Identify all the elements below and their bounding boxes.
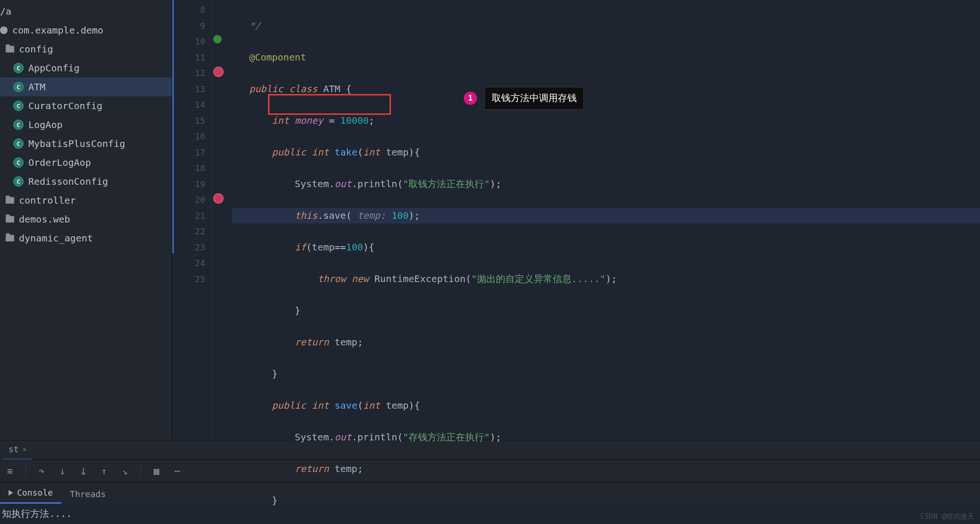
tree-label: ATM: [28, 81, 45, 93]
tree-item-class[interactable]: CLogAop: [0, 115, 172, 134]
override-icon[interactable]: [213, 67, 224, 77]
tree-item-folder[interactable]: config: [0, 40, 172, 59]
class-icon: C: [13, 82, 24, 92]
code-line[interactable]: @Component: [232, 50, 980, 66]
tab-console[interactable]: Console: [0, 483, 61, 504]
code-line[interactable]: public class ATM {: [232, 81, 980, 97]
code-line-current[interactable]: this.save( temp: 100);: [232, 208, 980, 224]
console-line: 知执行方法....: [2, 508, 72, 519]
separator: [26, 465, 26, 477]
code-line[interactable]: */: [232, 18, 980, 34]
class-icon: C: [13, 138, 24, 149]
folder-icon: [6, 216, 14, 223]
tree-label: LogAop: [28, 119, 62, 130]
tree-item-class[interactable]: CAppConfig: [0, 59, 172, 77]
callout-number-icon: 1: [464, 92, 477, 105]
close-icon[interactable]: ×: [23, 446, 26, 453]
code-line[interactable]: System.out.println("存钱方法正在执行");: [232, 430, 980, 446]
package-icon: [0, 26, 8, 34]
gutter-icons: [211, 0, 225, 440]
code-line[interactable]: System.out.println("取钱方法正在执行");: [232, 176, 980, 192]
line-number-gutter: 8 9 10 11 12 13 14 15 16 17 18 19 20 21 …: [172, 0, 211, 440]
tree-item-class[interactable]: CMybatisPlusConfig: [0, 134, 172, 153]
watermark: CSDN @暗武逢天: [920, 512, 974, 521]
project-tree[interactable]: /a com.example.demo config CAppConfig CA…: [0, 0, 172, 440]
code-line[interactable]: throw new RuntimeException("抛出的自定义异常信息..…: [232, 271, 980, 287]
step-out-icon[interactable]: ↑: [99, 466, 109, 476]
tree-label: /a: [0, 6, 11, 17]
separator: [140, 465, 141, 477]
code-line[interactable]: }: [232, 366, 980, 382]
more-icon[interactable]: ⋯: [172, 466, 182, 476]
tree-label: RedissonConfig: [28, 176, 108, 187]
class-icon: C: [13, 120, 24, 130]
tree-item-folder[interactable]: dynamic_agent: [0, 229, 172, 248]
tree-label: demos.web: [19, 214, 70, 225]
tree-label: config: [19, 43, 53, 55]
override-icon[interactable]: [213, 193, 224, 204]
settings-icon[interactable]: ≡: [5, 466, 15, 476]
fold-column[interactable]: [225, 0, 232, 440]
tree-label: controller: [19, 195, 76, 206]
tab-label: Console: [17, 488, 53, 498]
code-line[interactable]: }: [232, 493, 980, 509]
folder-icon: [6, 46, 14, 52]
modification-stripe: [172, 0, 174, 253]
tree-item-package[interactable]: com.example.demo: [0, 21, 172, 40]
tree-label: OrderLogAop: [28, 157, 91, 168]
tree-item-class[interactable]: CRedissonConfig: [0, 172, 172, 191]
force-step-into-icon[interactable]: ⤓: [78, 466, 88, 476]
code-line[interactable]: public int save(int temp){: [232, 398, 980, 414]
code-line[interactable]: return temp;: [232, 335, 980, 351]
highlight-box: [268, 94, 391, 115]
folder-icon: [6, 197, 14, 204]
bean-icon[interactable]: [213, 35, 222, 43]
tree-item-folder[interactable]: controller: [0, 191, 172, 210]
evaluate-icon[interactable]: ▦: [151, 466, 162, 476]
run-to-cursor-icon[interactable]: ↘: [120, 466, 130, 476]
code-line[interactable]: }: [232, 303, 980, 319]
tree-label: MybatisPlusConfig: [28, 138, 125, 149]
class-icon: C: [13, 63, 24, 73]
folder-icon: [6, 235, 14, 241]
tree-item-class[interactable]: CATM: [0, 77, 172, 96]
tab-label: st: [9, 444, 19, 454]
callout-text: 取钱方法中调用存钱: [485, 87, 584, 110]
tab-label: Threads: [70, 489, 106, 499]
code-area[interactable]: */ @Component public class ATM { int mon…: [232, 0, 980, 440]
class-icon: C: [13, 157, 24, 168]
class-icon: C: [13, 176, 24, 187]
code-line[interactable]: return temp;: [232, 461, 980, 477]
code-line[interactable]: if(temp==100){: [232, 240, 980, 256]
tree-label: CuratorConfig: [28, 100, 103, 112]
tab-threads[interactable]: Threads: [61, 484, 114, 504]
tree-label: AppConfig: [28, 62, 79, 74]
tree-item-folder[interactable]: demos.web: [0, 210, 172, 229]
annotation-callout: 1 取钱方法中调用存钱: [464, 87, 584, 110]
code-line[interactable]: public int take(int temp){: [232, 145, 980, 161]
tree-item[interactable]: /a: [0, 2, 172, 21]
class-icon: C: [13, 101, 24, 111]
run-tab[interactable]: st ×: [3, 440, 32, 460]
tree-label: dynamic_agent: [19, 232, 93, 244]
step-over-icon[interactable]: ↷: [36, 466, 47, 476]
code-line[interactable]: int money = 10000;: [232, 113, 980, 129]
code-editor[interactable]: 8 9 10 11 12 13 14 15 16 17 18 19 20 21 …: [172, 0, 980, 440]
tree-item-class[interactable]: CCuratorConfig: [0, 96, 172, 115]
step-into-icon[interactable]: ↓: [57, 466, 68, 476]
console-icon: [9, 490, 13, 496]
tree-label: com.example.demo: [12, 25, 104, 36]
tree-item-class[interactable]: COrderLogAop: [0, 153, 172, 172]
